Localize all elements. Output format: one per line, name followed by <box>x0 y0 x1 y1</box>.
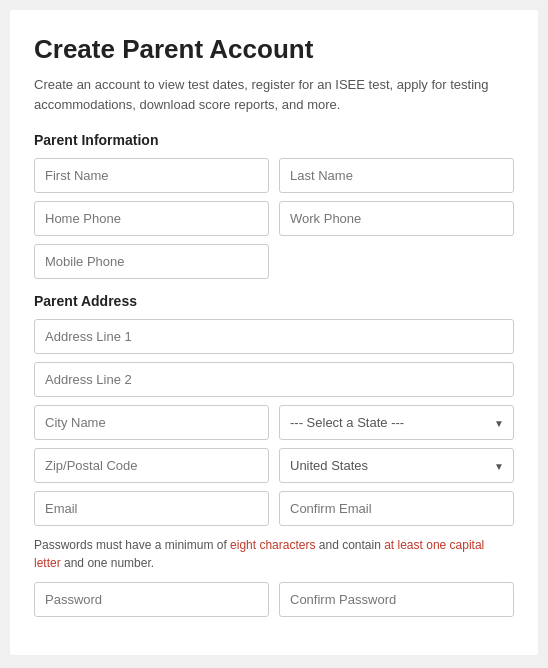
password-row <box>34 582 514 617</box>
password-note: Passwords must have a minimum of eight c… <box>34 536 514 572</box>
password-group <box>34 582 269 617</box>
password-highlight1: eight characters <box>230 538 315 552</box>
state-group: --- Select a State --- <box>279 405 514 440</box>
email-row <box>34 491 514 526</box>
mobile-phone-group <box>34 244 269 279</box>
work-phone-group <box>279 201 514 236</box>
country-select-wrapper: United States <box>279 448 514 483</box>
name-row <box>34 158 514 193</box>
confirm-email-group <box>279 491 514 526</box>
zip-input[interactable] <box>34 448 269 483</box>
address1-input[interactable] <box>34 319 514 354</box>
last-name-group <box>279 158 514 193</box>
home-phone-group <box>34 201 269 236</box>
password-note-suffix: and one number. <box>61 556 154 570</box>
country-group: United States <box>279 448 514 483</box>
email-group <box>34 491 269 526</box>
password-note-mid: and contain <box>315 538 384 552</box>
password-note-prefix: Passwords must have a minimum of <box>34 538 230 552</box>
last-name-input[interactable] <box>279 158 514 193</box>
country-select[interactable]: United States <box>279 448 514 483</box>
confirm-email-input[interactable] <box>279 491 514 526</box>
city-input[interactable] <box>34 405 269 440</box>
parent-info-title: Parent Information <box>34 132 514 148</box>
work-phone-input[interactable] <box>279 201 514 236</box>
first-name-input[interactable] <box>34 158 269 193</box>
zip-group <box>34 448 269 483</box>
address2-row <box>34 362 514 397</box>
mobile-phone-input[interactable] <box>34 244 269 279</box>
password-section: Passwords must have a minimum of eight c… <box>34 536 514 617</box>
zip-country-row: United States <box>34 448 514 483</box>
city-state-row: --- Select a State --- <box>34 405 514 440</box>
email-input[interactable] <box>34 491 269 526</box>
page-title: Create Parent Account <box>34 34 514 65</box>
home-phone-input[interactable] <box>34 201 269 236</box>
first-name-group <box>34 158 269 193</box>
phone-row <box>34 201 514 236</box>
address1-group <box>34 319 514 354</box>
address2-input[interactable] <box>34 362 514 397</box>
page-description: Create an account to view test dates, re… <box>34 75 514 114</box>
parent-info-section: Parent Information <box>34 132 514 279</box>
address2-group <box>34 362 514 397</box>
password-input[interactable] <box>34 582 269 617</box>
confirm-password-group <box>279 582 514 617</box>
state-select[interactable]: --- Select a State --- <box>279 405 514 440</box>
main-container: Create Parent Account Create an account … <box>10 10 538 655</box>
parent-address-title: Parent Address <box>34 293 514 309</box>
confirm-password-input[interactable] <box>279 582 514 617</box>
state-select-wrapper: --- Select a State --- <box>279 405 514 440</box>
parent-address-section: Parent Address --- Select a State --- <box>34 293 514 526</box>
mobile-row <box>34 244 514 279</box>
city-group <box>34 405 269 440</box>
address1-row <box>34 319 514 354</box>
